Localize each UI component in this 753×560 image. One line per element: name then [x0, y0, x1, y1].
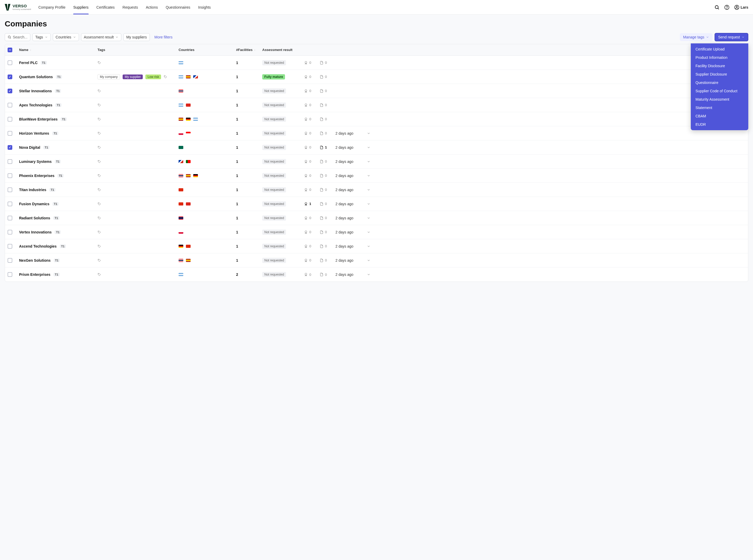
tag-chip[interactable]: My supplier	[123, 75, 143, 79]
send-option-cbam[interactable]: CBAM	[691, 112, 748, 120]
send-option-statement[interactable]: Statement	[691, 103, 748, 112]
company-name[interactable]: Prism Enterprises	[19, 273, 51, 277]
more-filters-link[interactable]: More filters	[152, 34, 175, 41]
row-expand-button[interactable]	[364, 132, 375, 135]
user-menu[interactable]: Lars	[734, 5, 748, 10]
send-option-facility-disclosure[interactable]: Facility Disclosure	[691, 62, 748, 70]
nav-insights[interactable]: Insights	[198, 1, 211, 14]
tag-icon[interactable]	[98, 117, 101, 121]
nav-questionnaires[interactable]: Questionnaires	[166, 1, 190, 14]
send-request-button[interactable]: Send request	[715, 33, 748, 41]
col-countries[interactable]: Countries	[176, 48, 234, 52]
row-checkbox[interactable]	[7, 244, 12, 248]
company-name[interactable]: Ferrel PLC	[19, 61, 38, 65]
add-tag-icon[interactable]	[164, 75, 167, 79]
row-checkbox[interactable]	[7, 75, 12, 79]
table-row: Fusion DynamicsT11Not requested102 days …	[5, 197, 748, 211]
send-option-maturity-assessment[interactable]: Maturity Assessment	[691, 95, 748, 103]
send-option-supplier-code-of-conduct[interactable]: Supplier Code of Conduct	[691, 87, 748, 95]
row-checkbox[interactable]	[7, 145, 12, 150]
row-expand-button[interactable]	[364, 160, 375, 163]
filter-countries[interactable]: Countries	[53, 33, 79, 41]
tag-icon[interactable]	[98, 202, 101, 206]
send-option-supplier-disclosure[interactable]: Supplier Disclosure	[691, 70, 748, 78]
nav-suppliers[interactable]: Suppliers	[73, 1, 88, 14]
company-name[interactable]: Titan Industries	[19, 188, 46, 192]
brand-logo[interactable]: VERSO formerly sustainabill	[5, 4, 31, 11]
row-checkbox[interactable]	[7, 202, 12, 206]
company-name[interactable]: Radiant Solutions	[19, 216, 50, 220]
nav-company-profile[interactable]: Company Profile	[38, 1, 66, 14]
send-option-eudr[interactable]: EUDR	[691, 120, 748, 128]
row-expand-button[interactable]	[364, 174, 375, 178]
col-name[interactable]: Name↓	[17, 48, 95, 52]
filter-tags[interactable]: Tags	[33, 33, 51, 41]
tag-icon[interactable]	[98, 89, 101, 93]
row-expand-button[interactable]	[364, 188, 375, 192]
company-name[interactable]: Quantum Solutions	[19, 75, 53, 79]
nav-actions[interactable]: Actions	[146, 1, 158, 14]
tag-icon[interactable]	[98, 174, 101, 178]
company-name[interactable]: Ascend Technologies	[19, 244, 57, 248]
search-icon[interactable]	[714, 5, 719, 10]
row-expand-button[interactable]	[364, 146, 375, 149]
row-checkbox[interactable]	[7, 258, 12, 263]
tag-icon[interactable]	[98, 216, 101, 220]
search-input[interactable]: Search...	[5, 33, 30, 41]
tags-cell	[95, 202, 176, 206]
help-icon[interactable]	[724, 5, 730, 10]
row-expand-button[interactable]	[364, 259, 375, 262]
tag-chip[interactable]: Low risk	[145, 75, 161, 79]
nav-requests[interactable]: Requests	[123, 1, 138, 14]
send-option-certificate-upload[interactable]: Certificate Upload	[691, 45, 748, 53]
nav-certificates[interactable]: Certificates	[97, 1, 115, 14]
tag-icon[interactable]	[98, 188, 101, 192]
company-name[interactable]: Phoenix Enterprises	[19, 174, 54, 178]
row-checkbox[interactable]	[7, 216, 12, 220]
col-assessment[interactable]: Assessment result	[260, 48, 301, 52]
tag-icon[interactable]	[98, 61, 101, 64]
row-expand-button[interactable]	[364, 202, 375, 206]
row-checkbox[interactable]	[7, 60, 12, 65]
row-expand-button[interactable]	[364, 273, 375, 276]
tag-icon[interactable]	[98, 273, 101, 276]
col-tags[interactable]: Tags	[95, 48, 176, 52]
row-checkbox[interactable]	[7, 159, 12, 164]
company-name[interactable]: Vertex Innovations	[19, 230, 52, 234]
row-checkbox[interactable]	[7, 88, 12, 93]
tag-icon[interactable]	[98, 259, 101, 262]
company-name[interactable]: Stellar Innovations	[19, 89, 52, 93]
row-expand-button[interactable]	[364, 230, 375, 234]
row-checkbox[interactable]	[7, 187, 12, 192]
row-expand-button[interactable]	[364, 216, 375, 220]
row-checkbox[interactable]	[7, 173, 12, 178]
company-name[interactable]: Apex Technologies	[19, 103, 52, 107]
row-checkbox[interactable]	[7, 230, 12, 235]
tag-icon[interactable]	[98, 244, 101, 248]
tag-icon[interactable]	[98, 146, 101, 149]
row-checkbox[interactable]	[7, 103, 12, 107]
company-name[interactable]: BlueWave Enterprises	[19, 117, 58, 121]
send-option-questionnaire[interactable]: Questionnaire	[691, 78, 748, 87]
row-checkbox[interactable]	[7, 131, 12, 136]
row-checkbox[interactable]	[7, 272, 12, 277]
tag-icon[interactable]	[98, 230, 101, 234]
tag-icon[interactable]	[98, 160, 101, 163]
tag-icon[interactable]	[98, 132, 101, 135]
send-option-product-information[interactable]: Product Information	[691, 53, 748, 62]
manage-tags-button[interactable]: Manage tags	[680, 33, 712, 41]
company-name[interactable]: NexGen Solutions	[19, 258, 51, 262]
filter-mysuppliers[interactable]: My suppliers	[123, 33, 150, 41]
filter-assessment[interactable]: Assessment result	[81, 33, 121, 41]
select-all-checkbox[interactable]	[7, 47, 12, 52]
sort-icon: ↓	[30, 48, 31, 51]
company-name[interactable]: Luminary Systems	[19, 159, 52, 164]
row-checkbox[interactable]	[7, 117, 12, 122]
company-name[interactable]: Nova Digital	[19, 145, 40, 149]
company-name[interactable]: Fusion Dynamics	[19, 202, 49, 206]
col-facilities[interactable]: #Facilities↓	[234, 48, 260, 52]
row-expand-button[interactable]	[364, 244, 375, 248]
tag-chip[interactable]: My company	[98, 74, 120, 79]
company-name[interactable]: Horizon Ventures	[19, 131, 49, 136]
tag-icon[interactable]	[98, 103, 101, 107]
